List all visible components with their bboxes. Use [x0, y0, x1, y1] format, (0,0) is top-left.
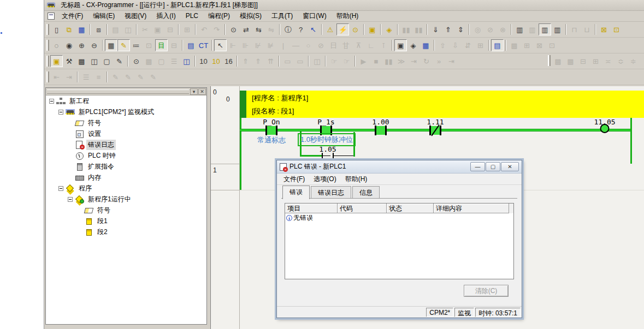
download-icon[interactable]: ⇓: [429, 23, 442, 35]
page-preview-icon[interactable]: ◫: [122, 23, 134, 35]
monitor-decimal-icon[interactable]: 10: [197, 55, 210, 67]
print-icon[interactable]: ▤: [109, 23, 122, 35]
ladder-contact-1.00[interactable]: [375, 125, 387, 135]
workspace-dropdown-icon[interactable]: ▾: [190, 88, 198, 95]
menu-item-8[interactable]: 窗口(W): [298, 11, 331, 21]
invert-icon[interactable]: ⊼: [352, 39, 365, 51]
tree-expander-icon[interactable]: [49, 99, 54, 104]
outdent-icon[interactable]: ⇥: [63, 71, 75, 83]
view-mnemonic-icon[interactable]: ▤: [185, 39, 197, 51]
sim-loop-icon[interactable]: ↻: [420, 55, 433, 67]
paste-icon[interactable]: ⊟: [164, 23, 176, 35]
replace-icon[interactable]: ⇄: [240, 23, 252, 35]
io-comment-icon[interactable]: ⊡: [143, 39, 155, 51]
force-cancel-icon[interactable]: ⊗: [497, 23, 509, 35]
set-on-icon[interactable]: ⇧: [436, 39, 449, 51]
delete-line-icon[interactable]: ⊺: [377, 39, 390, 51]
zoom-out-icon[interactable]: ⊖: [88, 39, 101, 51]
replace-symbol-icon[interactable]: ⇆: [252, 23, 265, 35]
io-table-icon[interactable]: ◫: [180, 55, 193, 67]
sim-stop-icon[interactable]: ■: [370, 55, 382, 67]
new-closed-contact-icon[interactable]: ⊮: [252, 39, 264, 51]
open-icon[interactable]: ⧉: [63, 23, 75, 35]
close-button[interactable]: ✕: [501, 162, 519, 171]
menu-item-1[interactable]: 编辑(E): [88, 11, 120, 21]
new-closed-instruction-icon[interactable]: 甘: [340, 39, 352, 51]
doc-window-icon[interactable]: ▢: [155, 55, 168, 67]
menu-item-5[interactable]: 编程(P): [203, 11, 235, 21]
pv7-icon[interactable]: ≑: [627, 55, 640, 67]
tree-expander-icon[interactable]: [58, 186, 63, 191]
tree-item-段2[interactable]: 段2: [46, 226, 206, 237]
tree-item-PLC 时钟[interactable]: PLC 时钟: [46, 150, 206, 161]
release-password-icon[interactable]: ⊡: [610, 23, 623, 35]
dialog-menu-item-2[interactable]: 帮助(H): [341, 174, 372, 185]
hot-watch-icon[interactable]: ▦: [420, 39, 432, 51]
transfer-b-icon[interactable]: ▭: [294, 55, 306, 67]
pause-monitor2-icon[interactable]: ☞: [340, 55, 353, 67]
sim-fast-icon[interactable]: »: [433, 55, 445, 67]
tree-item-新程序1运行中[interactable]: 新程序1运行中: [46, 194, 206, 205]
watch-window4-icon[interactable]: ⊡: [546, 39, 558, 51]
find-icon[interactable]: ⊙: [227, 23, 240, 35]
comment-icon[interactable]: ✎: [117, 39, 130, 51]
align-icon[interactable]: ☰: [80, 71, 92, 83]
zoom-fit-icon[interactable]: ◌: [50, 39, 63, 51]
paste-program-icon[interactable]: ⊞: [181, 23, 193, 35]
tree-expander-icon[interactable]: [68, 197, 73, 202]
menu-item-0[interactable]: 文件(F): [57, 11, 88, 21]
watch-window1-icon[interactable]: ▩: [508, 39, 521, 51]
transfer-check-icon[interactable]: ▣: [366, 23, 379, 35]
force-set-icon[interactable]: ◎: [471, 23, 484, 35]
print-preview-doc-icon[interactable]: ⧈: [92, 23, 105, 35]
pv6-icon[interactable]: ≎: [615, 55, 627, 67]
go-online1-icon[interactable]: ⇑: [239, 55, 252, 67]
error-list-row[interactable]: i 无错误: [285, 213, 513, 223]
sim-step-icon[interactable]: ⇥: [407, 55, 420, 67]
differential-monitor-icon[interactable]: ▤: [491, 39, 504, 51]
ladder-contact-P_On[interactable]: [265, 125, 277, 135]
help-icon[interactable]: ?: [294, 23, 307, 35]
rewrap-icon[interactable]: ≡: [92, 71, 105, 83]
force-reset-icon[interactable]: ⊘: [484, 23, 497, 35]
find-address-icon[interactable]: ⇋: [265, 23, 277, 35]
dialog-menu-item-1[interactable]: 选项(O): [309, 174, 340, 185]
new-icon[interactable]: ▯: [50, 23, 63, 35]
find-bin-icon[interactable]: ⊙: [130, 55, 143, 67]
pause-program-icon[interactable]: ▮▮: [400, 23, 412, 35]
sync-icon[interactable]: ◫: [311, 55, 323, 67]
tree-item-新工程[interactable]: 新工程: [46, 95, 206, 106]
work-online-icon[interactable]: ◈: [383, 23, 395, 35]
tree-item-段1[interactable]: 段1: [46, 216, 206, 226]
tree-item-符号[interactable]: 符号: [46, 117, 206, 128]
block-display-icon[interactable]: ⊟: [168, 39, 180, 51]
differential-trace-icon[interactable]: ⊓: [568, 23, 581, 35]
toggle-bit-icon[interactable]: ⇵: [462, 39, 474, 51]
column-header-代码[interactable]: 代码: [338, 204, 387, 213]
watch-window3-icon[interactable]: ⊠: [533, 39, 546, 51]
tree-item-扩展指令[interactable]: 扩展指令: [46, 161, 206, 172]
pv4-icon[interactable]: ⊞: [589, 55, 602, 67]
new-contact-icon[interactable]: ⊩: [227, 39, 239, 51]
redo-icon[interactable]: ↷: [210, 23, 223, 35]
time-chart-icon[interactable]: ⊔: [581, 23, 593, 35]
mode-run-icon[interactable]: ▥: [551, 23, 564, 35]
tree-item-错误日志[interactable]: 错误日志: [46, 139, 206, 150]
ladder-contact-1.11[interactable]: [429, 125, 441, 135]
section-display-icon[interactable]: 目: [155, 39, 168, 51]
output-window-icon[interactable]: ⚒: [63, 55, 75, 67]
monitor-signed-decimal-icon[interactable]: 10: [210, 55, 222, 67]
maximize-button[interactable]: ▢: [486, 162, 500, 171]
pen1-icon[interactable]: ✎: [109, 71, 122, 83]
show-windows-icon[interactable]: ▣: [394, 39, 407, 51]
stack-icon[interactable]: ◈: [407, 39, 420, 51]
mode-monitor-icon[interactable]: ▥: [539, 23, 551, 35]
toolbar-grip[interactable]: [46, 24, 49, 35]
pause-monitor1-icon[interactable]: ☞: [328, 55, 340, 67]
cut-icon[interactable]: ✂: [139, 23, 151, 35]
toolbar-grip[interactable]: [46, 71, 49, 82]
workspace-close-icon[interactable]: ✕: [198, 88, 206, 95]
tab-错误[interactable]: 错误: [282, 186, 310, 199]
set-password-icon[interactable]: ⊠: [598, 23, 610, 35]
view-ct-icon[interactable]: CT: [197, 39, 210, 51]
